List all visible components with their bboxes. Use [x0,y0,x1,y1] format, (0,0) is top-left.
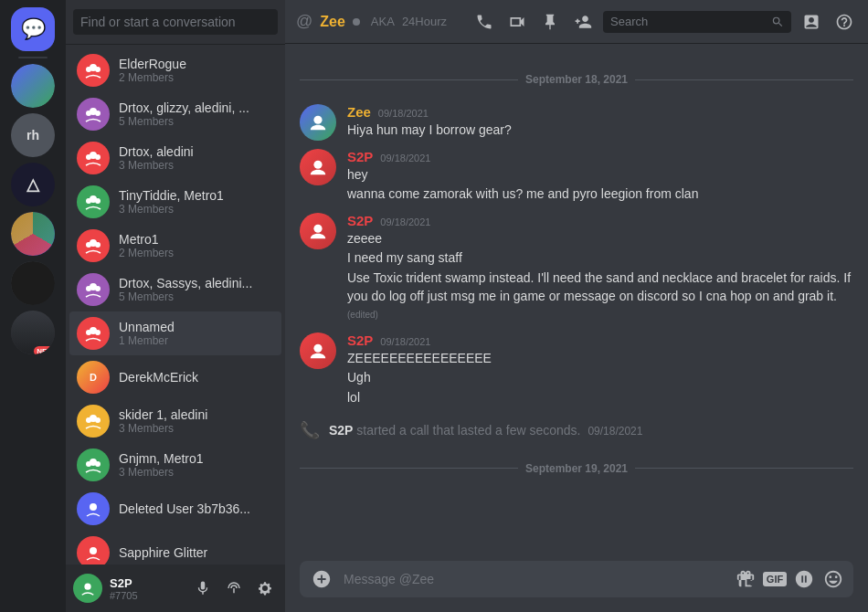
server-icon-discord[interactable]: 💬 [11,7,55,51]
dm-item-gnjmn[interactable]: Gnjmn, Metro1 3 Members [69,443,281,487]
settings-button[interactable] [252,575,278,601]
message-group-s2p-3: S2P 09/18/2021 ZEEEEEEEEEEEEEEEE Ugh lol [285,329,868,413]
dm-item-unnamed[interactable]: Unnamed 1 Member [69,311,281,355]
message-text-2: Ugh [347,369,853,387]
server-icon-4[interactable] [11,212,55,256]
dm-item-skider[interactable]: skider 1, aledini 3 Members [69,399,281,443]
dm-info: Sapphire Glitter [119,545,274,560]
svg-point-20 [95,330,101,335]
username: S2P [110,576,183,590]
inbox-button[interactable] [799,9,824,35]
help-button[interactable] [831,9,857,35]
dm-item-metro1[interactable]: Metro1 2 Members [69,224,281,268]
dm-name: Drtox, Sassys, aledini... [119,276,274,290]
server-icon-6[interactable]: NEW [11,311,55,354]
message-header: Zee 09/18/2021 [347,104,853,120]
dm-members: 2 Members [119,71,274,84]
call-timestamp: 09/18/2021 [587,425,642,438]
svg-point-16 [86,286,91,291]
at-symbol: @ [296,12,312,31]
dm-item-deleted[interactable]: Deleted User 3b7b36... [69,487,281,531]
online-status-dot [353,18,360,26]
message-text-3: Use Toxic trident swamp instead. I'll ne… [347,269,853,323]
dm-info: Deleted User 3b7b36... [119,501,274,516]
dm-name: skider 1, aledini [119,407,274,422]
dm-members: 3 Members [119,203,274,216]
user-avatar [73,574,102,603]
video-button[interactable] [504,9,530,35]
add-attachment-button[interactable] [307,565,336,594]
dm-name: Unnamed [119,320,274,334]
dm-members: 3 Members [119,422,274,435]
date-text-2: September 19, 2021 [525,462,628,475]
message-input-area: GIF [285,561,868,612]
dm-info: skider 1, aledini 3 Members [119,407,274,435]
emoji-button[interactable] [820,566,846,592]
message-timestamp: 09/18/2021 [380,216,430,227]
message-header: S2P 09/18/2021 [347,213,853,228]
date-separator-1: September 18, 2021 [300,73,853,86]
phone-button[interactable] [471,9,497,35]
message-author: S2P [347,213,373,228]
search-icon [771,15,784,29]
pin-button[interactable] [537,9,563,35]
svg-point-22 [86,417,91,423]
aka-label: AKA [371,15,395,28]
sticker-button[interactable] [791,566,817,592]
dm-members: 5 Members [119,290,274,303]
svg-point-1 [86,67,91,72]
dm-name: Drtox, aledini [119,144,274,159]
dm-avatar [77,273,110,306]
dm-info: Drtox, Sassys, aledini... 5 Members [119,276,274,303]
dm-sidebar: ElderRogue 2 Members Drtox, glizzy, aled… [66,0,285,612]
svg-point-32 [313,224,322,232]
deafen-button[interactable] [221,575,247,601]
dm-item-drtox-aledini[interactable]: Drtox, aledini 3 Members [69,136,281,180]
dm-avatar: D [77,361,110,394]
dm-item-derekmcerick[interactable]: D DerekMcErick [69,355,281,399]
dm-name: ElderRogue [119,57,274,71]
message-text-1: zeeee [347,230,853,248]
gift-button[interactable] [733,566,758,592]
dm-search-input[interactable] [73,9,278,35]
dm-item-drtox-sassys[interactable]: Drtox, Sassys, aledini... 5 Members [69,268,281,311]
dm-info: Unnamed 1 Member [119,320,274,347]
svg-point-13 [86,242,91,248]
dm-item-tinytiddie[interactable]: TinyTiddie, Metro1 3 Members [69,180,281,224]
date-separator-2: September 19, 2021 [300,462,853,475]
header-alias: 24Hourz [402,15,447,28]
user-info: S2P #7705 [110,576,183,601]
message-avatar [300,104,336,141]
message-timestamp: 09/18/2021 [380,336,430,347]
date-text: September 18, 2021 [525,73,628,86]
chat-header: @ Zee AKA 24Hourz [285,0,868,44]
dm-name: Drtox, glizzy, aledini, ... [119,100,274,115]
message-author: S2P [347,332,373,348]
messages-area[interactable]: September 18, 2021 Zee 09/18/2021 Hiya h… [285,44,868,561]
date-line [300,79,518,80]
dm-info: DerekMcErick [119,370,274,385]
message-group-s2p-1: S2P 09/18/2021 hey wanna come zamorak wi… [285,145,868,209]
dm-avatar [77,98,110,131]
dm-info: TinyTiddie, Metro1 3 Members [119,188,274,216]
svg-point-10 [86,198,91,204]
message-text-1: ZEEEEEEEEEEEEEEEE [347,350,853,368]
dm-avatar [77,185,110,218]
message-input[interactable] [344,561,725,597]
server-icon-5[interactable] [11,261,55,305]
message-group-zee: Zee 09/18/2021 Hiya hun may I borrow gea… [285,100,868,145]
message-group-s2p-2: S2P 09/18/2021 zeeee I need my sang staf… [285,209,868,329]
gif-button[interactable]: GIF [762,566,788,592]
dm-info: Drtox, glizzy, aledini, ... 5 Members [119,100,274,128]
dm-item-elderrogue[interactable]: ElderRogue 2 Members [69,48,281,92]
server-icon-2[interactable]: rh [11,113,55,157]
dm-item-drtox-glizzy[interactable]: Drtox, glizzy, aledini, ... 5 Members [69,92,281,136]
add-friend-button[interactable] [570,9,596,35]
mute-button[interactable] [190,575,216,601]
date-line [300,468,518,469]
dm-item-sapphire[interactable]: Sapphire Glitter [69,531,281,565]
dm-name: TinyTiddie, Metro1 [119,188,274,203]
search-input[interactable] [610,15,766,28]
server-icon-3[interactable]: △ [11,163,55,206]
server-icon-1[interactable] [11,64,55,108]
